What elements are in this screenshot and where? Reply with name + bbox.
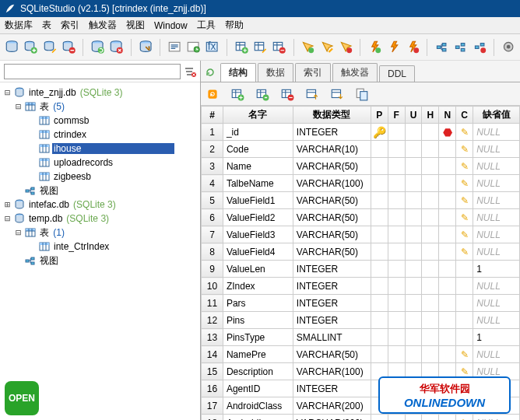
- tab-ddl[interactable]: DDL: [379, 65, 415, 82]
- svg-rect-44: [40, 117, 49, 119]
- svg-point-22: [346, 48, 352, 54]
- functions-icon[interactable]: fx: [205, 40, 219, 55]
- table-commsb[interactable]: commsb: [0, 114, 200, 128]
- table-inte-ctrindex[interactable]: inte_CtrIndex: [0, 240, 200, 254]
- view-delete-icon[interactable]: [473, 40, 487, 55]
- svg-rect-52: [40, 173, 49, 175]
- svg-rect-32: [480, 44, 484, 46]
- menu-database[interactable]: 数据库: [5, 19, 33, 32]
- trigger-new-icon[interactable]: [367, 40, 381, 55]
- svg-rect-75: [360, 91, 367, 100]
- table-icon: [38, 128, 51, 141]
- settings-icon[interactable]: [501, 40, 515, 55]
- table-uploadrecords[interactable]: uploadrecords: [0, 156, 200, 170]
- view-new-icon[interactable]: [434, 40, 448, 55]
- menu-help[interactable]: 帮助: [225, 19, 244, 32]
- notnull-icon: ⬣: [443, 126, 452, 138]
- edit-flag-icon: ✎: [461, 127, 469, 138]
- sql-editor-icon[interactable]: [167, 40, 181, 55]
- add-column-icon[interactable]: [230, 87, 244, 101]
- table-row[interactable]: 5ValueField1VARCHAR(50)✎NULL: [202, 192, 520, 209]
- svg-rect-55: [31, 192, 34, 194]
- view-edit-icon[interactable]: [453, 40, 467, 55]
- separator: [227, 39, 227, 56]
- table-icon: [38, 170, 51, 183]
- db-connect-icon[interactable]: [5, 40, 19, 55]
- table-row[interactable]: 10ZIndexINTEGERNULL: [202, 278, 520, 295]
- table-row[interactable]: 8ValueField4VARCHAR(50)✎NULL: [202, 243, 520, 261]
- app-icon: [5, 3, 16, 14]
- tab-triggers[interactable]: 触发器: [332, 63, 378, 82]
- index-delete-icon[interactable]: [339, 40, 353, 55]
- db-edit-icon[interactable]: [43, 40, 57, 55]
- svg-rect-18: [255, 43, 263, 51]
- sidebar: ⊟inte_znjj.db(SQLite 3) ⊟表 (5) commsb ct…: [0, 61, 201, 420]
- filter-input[interactable]: [4, 64, 181, 79]
- table-row[interactable]: 2CodeVARCHAR(10)✎NULL: [202, 141, 520, 158]
- views-folder[interactable]: 视图: [0, 184, 200, 198]
- svg-point-24: [413, 48, 419, 54]
- tabbar: 结构 数据 索引 触发器 DDL: [201, 61, 520, 82]
- table-ctrindex[interactable]: ctrindex: [0, 128, 200, 142]
- move-down-icon[interactable]: [330, 87, 344, 101]
- refresh-icon[interactable]: [206, 87, 220, 101]
- svg-rect-26: [442, 44, 446, 46]
- svg-rect-46: [40, 131, 49, 133]
- menu-tools[interactable]: 工具: [197, 19, 216, 32]
- history-icon[interactable]: [186, 40, 200, 55]
- menu-trigger[interactable]: 触发器: [89, 19, 117, 32]
- export-icon[interactable]: [139, 40, 153, 55]
- views-folder-temp[interactable]: 视图: [0, 254, 200, 268]
- commit-icon[interactable]: [355, 87, 369, 101]
- db-disconnect-icon[interactable]: [109, 40, 123, 55]
- window-title: SQLiteStudio (v2.1.5) [ctrindex (inte_zn…: [20, 3, 206, 14]
- table-row[interactable]: 12PinsINTEGERNULL: [202, 312, 520, 329]
- table-row[interactable]: 3NameVARCHAR(50)✎NULL: [202, 158, 520, 175]
- menu-window[interactable]: Window: [154, 20, 188, 31]
- table-row[interactable]: 14NamePreVARCHAR(50)✎NULL: [202, 346, 520, 363]
- table-ihouse[interactable]: ihouse: [0, 142, 200, 156]
- table-edit-icon[interactable]: [253, 40, 267, 55]
- tab-data[interactable]: 数据: [258, 63, 293, 82]
- db-tree[interactable]: ⊟inte_znjj.db(SQLite 3) ⊟表 (5) commsb ct…: [0, 82, 200, 420]
- tables-folder-temp[interactable]: ⊟表 (1): [0, 226, 200, 240]
- tables-folder[interactable]: ⊟表 (5): [0, 100, 200, 114]
- menu-view[interactable]: 视图: [126, 19, 145, 32]
- watermark-corner: OPEN: [5, 381, 39, 415]
- tab-indexes[interactable]: 索引: [295, 63, 331, 82]
- table-row[interactable]: 6ValueField2VARCHAR(50)✎NULL: [202, 209, 520, 226]
- separator: [293, 39, 294, 56]
- table-zigbeesb[interactable]: zigbeesb: [0, 170, 200, 184]
- menu-index[interactable]: 索引: [61, 19, 79, 32]
- edit-column-icon[interactable]: [255, 87, 269, 101]
- table-row[interactable]: 11ParsINTEGERNULL: [202, 295, 520, 312]
- db-remove-icon[interactable]: [61, 40, 76, 55]
- tab-structure[interactable]: 结构: [220, 63, 256, 82]
- db-node-intefac[interactable]: ⊞intefac.db(SQLite 3): [0, 198, 200, 212]
- index-new-icon[interactable]: [300, 40, 314, 55]
- table-row[interactable]: 13PinsTypeSMALLINT1: [202, 329, 520, 346]
- table-row[interactable]: 4TalbeNameVARCHAR(100)✎NULL: [202, 175, 520, 192]
- filter-clear-icon[interactable]: [184, 65, 196, 78]
- edit-flag-icon: ✎: [461, 178, 469, 189]
- menu-table[interactable]: 表: [42, 19, 51, 32]
- table-row[interactable]: 1_idINTEGER🔑⬣✎NULL: [202, 124, 520, 141]
- db-add-icon[interactable]: [23, 40, 37, 55]
- table-row[interactable]: 7ValueField3VARCHAR(50)✎NULL: [202, 226, 520, 243]
- table-row[interactable]: 18AndroidImageVARCHAR(300)✎NULL: [202, 415, 520, 421]
- main-toolbar: fx: [0, 34, 520, 61]
- table-new-icon[interactable]: [234, 40, 248, 55]
- db-refresh-icon[interactable]: [90, 40, 104, 55]
- trigger-delete-icon[interactable]: [406, 40, 420, 55]
- index-edit-icon[interactable]: [320, 40, 334, 55]
- columns-grid[interactable]: # 名字 数据类型 P F U H N C 缺省值 1_idINTEGER🔑⬣✎…: [201, 106, 520, 420]
- main-panel: 结构 数据 索引 触发器 DDL # 名字 数据类型 P F: [201, 61, 520, 420]
- trigger-edit-icon[interactable]: [387, 40, 401, 55]
- table-delete-icon[interactable]: [272, 40, 286, 55]
- move-up-icon[interactable]: [305, 87, 319, 101]
- table-row[interactable]: 9ValueLenINTEGER1: [202, 261, 520, 278]
- delete-column-icon[interactable]: [280, 87, 294, 101]
- refresh-icon[interactable]: [204, 66, 216, 79]
- db-node-inte-znjj[interactable]: ⊟inte_znjj.db(SQLite 3): [0, 86, 200, 100]
- db-node-temp[interactable]: ⊟temp.db(SQLite 3): [0, 212, 200, 226]
